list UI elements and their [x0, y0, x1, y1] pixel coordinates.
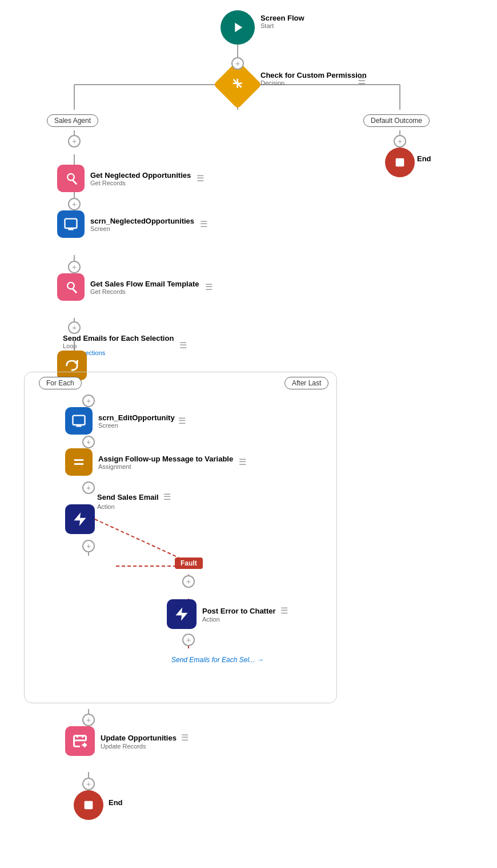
for-each-pill: For Each	[39, 377, 82, 389]
connector-after-screen2[interactable]	[82, 436, 95, 448]
connector-after-screen1[interactable]	[68, 261, 81, 273]
svg-rect-50	[85, 801, 93, 810]
end-node-bottom[interactable]	[74, 790, 103, 820]
svg-point-34	[67, 174, 74, 181]
connector-after-post-error[interactable]	[182, 634, 195, 646]
svg-marker-47	[176, 607, 188, 620]
screen1-note: ☰	[200, 219, 207, 229]
loop-note: ☰	[179, 340, 187, 351]
end-top-label: End	[417, 154, 431, 163]
svg-rect-41	[73, 416, 85, 425]
start-label: Screen Flow Start	[260, 14, 304, 29]
svg-line-40	[73, 289, 76, 292]
connector-after-fault[interactable]	[182, 575, 195, 588]
default-outcome-pill: Default Outcome	[363, 114, 430, 127]
get-template-node[interactable]: Get Sales Flow Email Template Get Record…	[57, 273, 213, 301]
send-email-label-area: Send Sales Email ☰ Action	[97, 492, 171, 510]
get-neglected-node[interactable]: Get Neglected Opportunities Get Records …	[57, 165, 204, 192]
assign-node[interactable]: Assign Follow-up Message to Variable Ass…	[65, 448, 246, 476]
post-error-node[interactable]: Post Error to Chatter ☰ Action	[167, 599, 288, 629]
svg-marker-46	[74, 512, 86, 525]
svg-line-35	[73, 181, 76, 184]
connector-after-assign[interactable]	[82, 481, 95, 494]
start-node[interactable]	[221, 10, 255, 45]
svg-marker-29	[235, 23, 242, 32]
svg-rect-36	[65, 219, 77, 228]
after-last-pill: After Last	[284, 377, 328, 389]
update-opps-node[interactable]: Update Opportunities ☰ Update Records	[65, 726, 189, 756]
end-bottom-label: End	[109, 798, 123, 807]
update-opps-note: ☰	[181, 732, 189, 743]
decision-label: Check for Custom Permission Decision	[260, 71, 367, 86]
connector-default-outcome[interactable]	[394, 135, 406, 148]
end-node-top[interactable]	[385, 148, 415, 177]
connector-after-update[interactable]	[82, 778, 95, 790]
connector-before-loop[interactable]	[68, 321, 81, 334]
sales-agent-pill: Sales Agent	[47, 114, 98, 127]
connector-inside-loop-1[interactable]	[82, 395, 95, 407]
screen2-node[interactable]: scrn_EditOpportunity Screen ☰	[65, 407, 186, 435]
svg-point-39	[67, 282, 74, 289]
connector-after-send-email[interactable]	[82, 540, 95, 552]
get-neglected-note: ☰	[197, 173, 204, 184]
assign-note: ☰	[239, 457, 246, 467]
connector-after-neglected[interactable]	[68, 198, 81, 210]
post-error-note: ☰	[280, 606, 288, 616]
connector-sales-agent[interactable]	[68, 135, 81, 148]
loop-back-link[interactable]: Send Emails for Each Sel... →	[171, 654, 263, 664]
screen1-node[interactable]: scrn_NeglectedOpportunities Screen ☰	[57, 210, 207, 238]
connector-after-start[interactable]	[231, 57, 244, 70]
svg-rect-33	[396, 158, 404, 167]
screen2-note: ☰	[178, 416, 186, 426]
send-email-note: ☰	[163, 492, 171, 502]
get-template-note: ☰	[205, 282, 213, 292]
send-sales-email-icon[interactable]	[65, 504, 95, 534]
connector-after-loop[interactable]	[82, 714, 95, 726]
fault-badge: Fault	[175, 558, 203, 569]
flow-canvas: Screen Flow Start Check for Custom Permi…	[0, 0, 497, 868]
decision-note-icon: ☰	[358, 75, 366, 86]
